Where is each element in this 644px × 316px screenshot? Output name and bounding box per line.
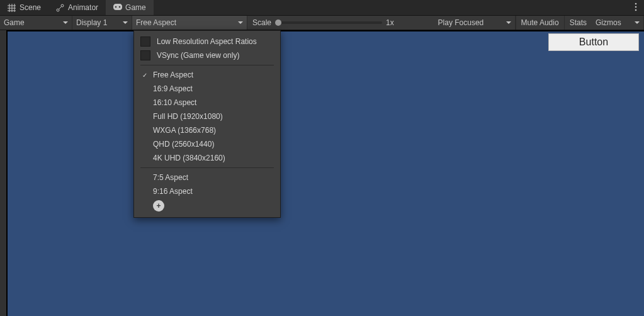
gizmos-label: Gizmos [596,18,621,27]
tab-scene[interactable]: Scene [0,0,48,15]
checkbox[interactable] [140,50,150,60]
popup-item-label: QHD (2560x1440) [153,140,214,149]
game-toolbar: Game Display 1 Free Aspect Scale 1x Play… [0,16,644,30]
gizmos-dropdown[interactable]: Gizmos [592,16,644,30]
popup-item-label: Full HD (1920x1080) [153,112,223,121]
popup-separator [140,167,274,168]
aspect-label: Free Aspect [136,18,176,27]
popup-item-4kuhd[interactable]: 4K UHD (3840x2160) [134,151,280,165]
scale-control: Scale 1x [247,16,399,30]
left-gutter [0,30,6,316]
popup-item-fullhd[interactable]: Full HD (1920x1080) [134,110,280,123]
chevron-down-icon [123,21,128,25]
svg-point-12 [635,6,637,8]
popup-item-wxga[interactable]: WXGA (1366x768) [134,123,280,137]
display-dropdown[interactable]: Display 1 [72,16,132,30]
aspect-popup: Low Resolution Aspect Ratios VSync (Game… [133,30,281,218]
aspect-dropdown[interactable]: Free Aspect [132,16,247,30]
plus-icon: + [153,200,164,212]
popup-item-label: 16:10 Aspect [153,98,196,107]
kebab-icon [635,3,637,13]
play-label: Play Focused [438,18,484,27]
chevron-down-icon [506,21,511,25]
tab-animator-label: Animator [68,3,98,12]
play-dropdown[interactable]: Play Focused [434,16,516,30]
scale-value: 1x [386,18,394,27]
svg-point-6 [57,9,59,11]
mode-label: Game [4,18,25,27]
scale-thumb[interactable] [275,20,281,26]
ui-button-label: Button [579,37,608,48]
tab-animator[interactable]: Animator [48,0,106,15]
game-viewport[interactable]: Button [6,30,644,316]
popup-separator [140,65,274,65]
mute-audio-button[interactable]: Mute Audio [516,16,564,30]
popup-item-qhd[interactable]: QHD (2560x1440) [134,137,280,151]
svg-line-8 [59,6,62,9]
popup-item-16-9[interactable]: 16:9 Aspect [134,82,280,96]
mute-audio-label: Mute Audio [521,18,559,27]
svg-point-10 [119,6,121,8]
popup-item-label: WXGA (1366x768) [153,126,216,135]
chevron-down-icon [635,21,640,25]
tabstrip: Scene Animator Game [0,0,644,16]
toolbar-spacer [399,16,434,30]
chevron-down-icon [63,21,68,25]
stats-button[interactable]: Stats [564,16,592,30]
svg-point-9 [115,6,117,8]
grid-icon [8,4,16,12]
tab-game-label: Game [125,3,146,12]
popup-item-label: 7:5 Aspect [153,173,188,182]
animator-icon [56,4,64,12]
popup-item-label: 9:16 Aspect [153,187,193,196]
svg-point-11 [635,3,637,4]
gamepad-icon [113,4,121,12]
svg-point-13 [635,9,637,11]
popup-item-free-aspect[interactable]: ✓Free Aspect [134,68,280,82]
popup-item-label: 4K UHD (3840x2160) [153,154,225,162]
display-label: Display 1 [76,18,107,27]
popup-check-vsync[interactable]: VSync (Game view only) [134,48,280,62]
svg-point-7 [61,4,64,7]
popup-check-vsync-label: VSync (Game view only) [157,51,239,60]
chevron-down-icon [238,21,243,25]
popup-item-16-10[interactable]: 16:10 Aspect [134,96,280,110]
popup-check-lowres[interactable]: Low Resolution Aspect Ratios [134,35,280,48]
check-icon: ✓ [140,72,149,79]
popup-check-lowres-label: Low Resolution Aspect Ratios [157,37,257,46]
ui-button[interactable]: Button [548,33,639,51]
popup-add-row[interactable]: + [134,198,280,213]
tab-game[interactable]: Game [106,0,154,15]
popup-item-label: Free Aspect [153,71,193,79]
checkbox[interactable] [140,37,150,47]
popup-item-7-5[interactable]: 7:5 Aspect [134,171,280,184]
mode-dropdown[interactable]: Game [0,16,72,30]
scale-slider[interactable] [275,21,382,24]
tab-scene-label: Scene [20,3,41,12]
scale-label: Scale [252,18,271,27]
tab-options-button[interactable] [630,0,641,15]
popup-item-label: 16:9 Aspect [153,84,193,93]
stats-label: Stats [570,18,587,27]
popup-item-9-16[interactable]: 9:16 Aspect [134,184,280,198]
